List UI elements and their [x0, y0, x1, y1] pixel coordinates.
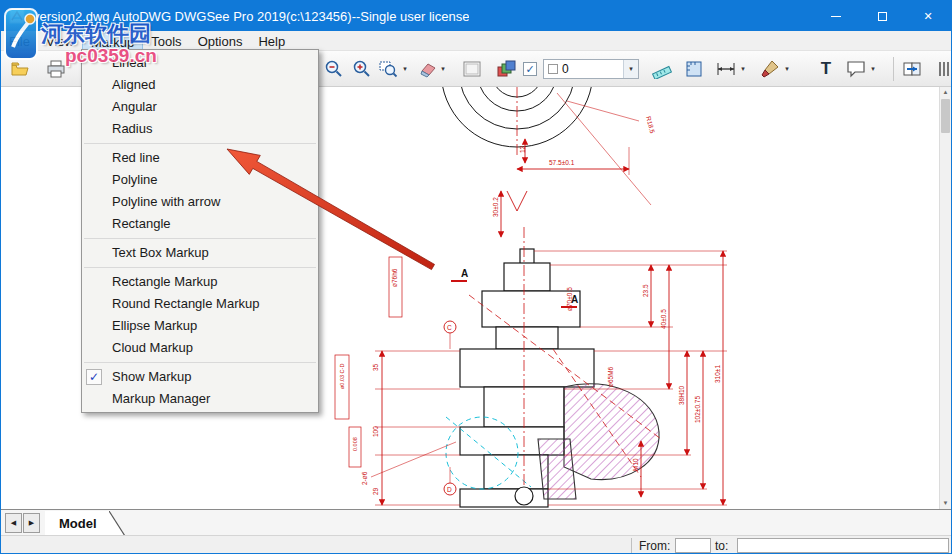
menu-options[interactable]: Options	[190, 32, 251, 50]
scroll-down-icon[interactable]: ▼	[940, 498, 951, 509]
status-bar: From: to:	[1, 535, 951, 554]
menu-item-text-box-markup[interactable]: Text Box Markup	[82, 242, 318, 264]
open-file-button[interactable]	[7, 56, 33, 82]
tab-next-button[interactable]: ▶	[23, 513, 40, 533]
menu-item-radius[interactable]: Radius	[82, 118, 318, 140]
dimension-arrow-icon	[716, 59, 736, 79]
svg-text:38H10: 38H10	[678, 385, 685, 405]
layer-checkbox[interactable]: ✓	[523, 62, 537, 76]
minimize-icon	[831, 16, 841, 17]
measure-area-button[interactable]	[681, 56, 707, 82]
zoom-window-button[interactable]	[375, 56, 401, 82]
svg-text:2-ø6: 2-ø6	[361, 471, 368, 485]
svg-text:0.008: 0.008	[352, 437, 358, 451]
menu-item-show-markup[interactable]: ✓ Show Markup	[82, 366, 318, 388]
svg-text:35: 35	[372, 363, 379, 371]
svg-text:30±0.2: 30±0.2	[492, 197, 499, 217]
printer-icon	[46, 59, 66, 79]
svg-text:23.5: 23.5	[642, 284, 649, 297]
checkmark-icon: ✓	[86, 369, 102, 385]
open-folder-icon	[10, 59, 30, 79]
scrollbar-thumb[interactable]	[941, 99, 950, 133]
print-button[interactable]	[43, 56, 69, 82]
svg-text:29: 29	[372, 487, 379, 495]
vertical-scrollbar[interactable]: ▲ ▼	[939, 87, 951, 509]
background-button[interactable]	[459, 56, 485, 82]
layer-dropdown-button[interactable]: ▾	[623, 60, 638, 78]
tab-model[interactable]: Model	[45, 511, 111, 536]
menu-item-polyline[interactable]: Polyline	[82, 169, 318, 191]
chevron-down-icon: ▾	[741, 65, 745, 73]
svg-text:100: 100	[372, 426, 379, 437]
to-label: to:	[715, 539, 728, 553]
menu-tools[interactable]: Tools	[143, 32, 189, 50]
layers-icon	[496, 59, 516, 79]
layer-select[interactable]: 0 ▾	[543, 59, 639, 79]
menu-markup[interactable]: Markup	[82, 32, 143, 50]
menu-item-angular[interactable]: Angular	[82, 96, 318, 118]
comment-dropdown-button[interactable]: ▾	[867, 60, 879, 78]
svg-text:12: 12	[519, 145, 526, 153]
menu-item-ellipse-markup[interactable]: Ellipse Markup	[82, 315, 318, 337]
tab-prev-button[interactable]: ◀	[5, 513, 22, 533]
arrow-left-icon: ◀	[11, 519, 16, 527]
layout-tab-bar: ◀ ▶ Model	[1, 509, 951, 535]
menu-separator	[84, 143, 316, 144]
publish-button[interactable]	[899, 56, 925, 82]
minimize-button[interactable]	[813, 1, 859, 31]
area-ruler-icon	[684, 59, 704, 79]
svg-text:C: C	[447, 324, 452, 331]
menu-item-rectangle-markup[interactable]: Rectangle Markup	[82, 271, 318, 293]
to-field[interactable]	[737, 538, 949, 553]
menu-help[interactable]: Help	[250, 32, 293, 50]
brush-button[interactable]	[757, 56, 783, 82]
close-button[interactable]: ✕	[905, 1, 951, 31]
zoom-out-icon	[324, 59, 344, 79]
vertical-lines-icon	[936, 59, 952, 79]
menu-item-round-rectangle-markup[interactable]: Round Rectangle Markup	[82, 293, 318, 315]
text-button[interactable]: T	[813, 56, 839, 82]
checkmark-icon: ✓	[525, 63, 534, 75]
menu-file[interactable]: File	[1, 32, 38, 50]
ruler-icon	[652, 59, 672, 79]
menu-view[interactable]: View	[38, 32, 82, 50]
menu-separator	[84, 238, 316, 239]
menu-item-polyline-with-arrow[interactable]: Polyline with arrow	[82, 191, 318, 213]
maximize-button[interactable]	[859, 1, 905, 31]
comment-button[interactable]	[843, 56, 869, 82]
svg-text:R18.5: R18.5	[645, 115, 656, 134]
chevron-down-icon: ▾	[871, 65, 875, 73]
svg-text:ø76h6: ø76h6	[391, 268, 398, 287]
chevron-down-icon: ▾	[629, 65, 633, 73]
eraser-icon	[418, 59, 438, 79]
dimension-button[interactable]	[713, 56, 739, 82]
from-field[interactable]	[675, 538, 711, 553]
transfer-pages-icon	[902, 59, 922, 79]
menu-item-linear[interactable]: Linear	[82, 52, 318, 74]
app-window: version2.dwg AutoDWG DWGSee Pro 2019(c:\…	[0, 0, 952, 554]
menu-item-aligned[interactable]: Aligned	[82, 74, 318, 96]
zoom-in-button[interactable]	[349, 56, 375, 82]
svg-text:D: D	[447, 486, 452, 493]
zoom-dropdown-button[interactable]: ▾	[399, 60, 411, 78]
menu-item-cloud-markup[interactable]: Cloud Markup	[82, 337, 318, 359]
toolbar-separator	[893, 57, 894, 81]
measure-distance-button[interactable]	[649, 56, 675, 82]
speech-bubble-icon	[846, 59, 866, 79]
menu-item-red-line[interactable]: Red line	[82, 147, 318, 169]
layers-button[interactable]	[493, 56, 519, 82]
brush-dropdown-button[interactable]: ▾	[781, 60, 793, 78]
svg-text:57.5±0.1: 57.5±0.1	[549, 159, 575, 166]
from-label: From:	[639, 539, 670, 553]
dimension-dropdown-button[interactable]: ▾	[737, 60, 749, 78]
scroll-up-icon[interactable]: ▲	[940, 87, 951, 98]
menu-item-markup-manager[interactable]: Markup Manager	[82, 388, 318, 410]
menu-item-rectangle[interactable]: Rectangle	[82, 213, 318, 235]
chevron-down-icon: ▾	[441, 65, 445, 73]
layer-value: 0	[562, 62, 623, 76]
frame-icon	[462, 59, 482, 79]
zoom-out-button[interactable]	[321, 56, 347, 82]
eraser-dropdown-button[interactable]: ▾	[437, 60, 449, 78]
text-tool-icon: T	[821, 59, 831, 79]
layout-lines-button[interactable]	[933, 56, 952, 82]
